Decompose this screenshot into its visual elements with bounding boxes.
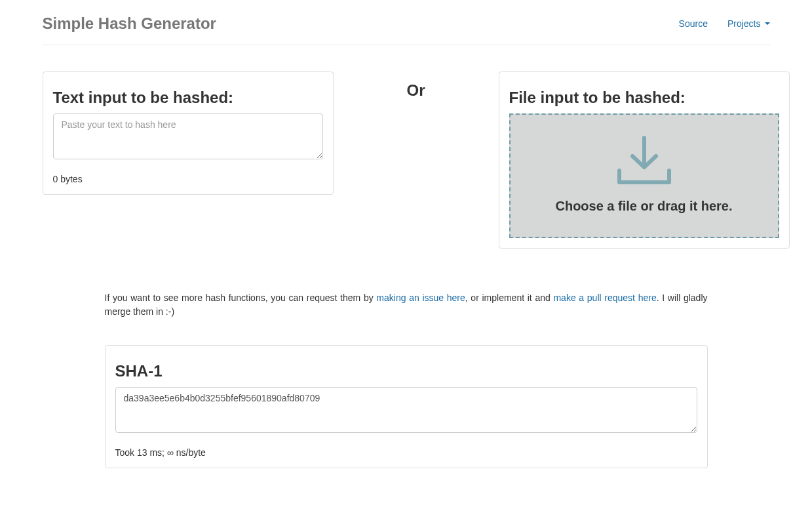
info-paragraph: If you want to see more hash functions, … bbox=[105, 291, 708, 319]
info-text-1: If you want to see more hash functions, … bbox=[105, 293, 377, 303]
timing-info: Took 13 ms; ∞ ns/byte bbox=[115, 447, 697, 458]
or-separator: Or bbox=[343, 81, 489, 100]
dropzone-text: Choose a file or drag it here. bbox=[517, 199, 771, 214]
projects-dropdown[interactable]: Projects bbox=[727, 18, 770, 29]
file-dropzone[interactable]: Choose a file or drag it here. bbox=[509, 113, 779, 238]
info-text-2: , or implement it and bbox=[465, 293, 554, 303]
algo-heading: SHA-1 bbox=[115, 362, 697, 380]
navbar: Simple Hash Generator Source Projects bbox=[43, 0, 770, 45]
brand-title: Simple Hash Generator bbox=[43, 14, 216, 33]
text-input-heading: Text input to be hashed: bbox=[53, 89, 323, 107]
input-row: Text input to be hashed: 0 bytes Or File… bbox=[43, 71, 770, 249]
text-input-panel: Text input to be hashed: 0 bytes bbox=[43, 71, 334, 195]
bytes-indicator: 0 bytes bbox=[53, 174, 323, 184]
hash-output[interactable] bbox=[115, 387, 697, 433]
issue-link[interactable]: making an issue here bbox=[376, 293, 465, 303]
text-input[interactable] bbox=[53, 113, 323, 159]
sha1-result-panel: SHA-1 Took 13 ms; ∞ ns/byte bbox=[105, 345, 708, 468]
projects-label: Projects bbox=[727, 18, 761, 29]
download-icon bbox=[613, 134, 676, 187]
file-input-heading: File input to be hashed: bbox=[509, 89, 779, 107]
caret-down-icon bbox=[765, 22, 770, 25]
nav-links: Source Projects bbox=[679, 18, 770, 29]
source-link[interactable]: Source bbox=[679, 18, 708, 29]
file-input-panel: File input to be hashed: Choose a file o… bbox=[499, 71, 790, 249]
pull-request-link[interactable]: make a pull request here bbox=[553, 293, 656, 303]
